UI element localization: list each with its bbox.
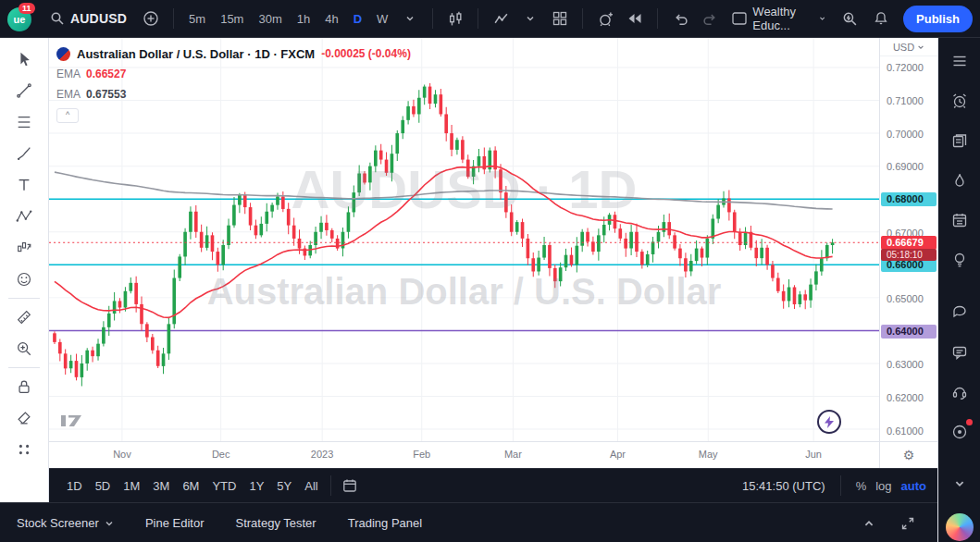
tab-stock-screener[interactable]: Stock Screener — [17, 516, 114, 530]
publish-button[interactable]: Publish — [903, 6, 973, 32]
ai-assistant-icon[interactable] — [946, 513, 974, 541]
tab-strategy-tester[interactable]: Strategy Tester — [235, 516, 316, 530]
time-axis[interactable]: NovDec2023FebMarAprMayJun — [49, 442, 879, 468]
level-price-badge: 0.68000 — [881, 192, 937, 206]
indicator-row-ema-slow[interactable]: EMA 0.67553 — [56, 84, 411, 105]
notifications-bell-icon[interactable] — [868, 6, 894, 31]
forecast-tool-icon[interactable] — [8, 232, 40, 264]
brush-tool-icon[interactable] — [8, 138, 40, 169]
quick-search-icon[interactable] — [837, 6, 862, 31]
compare-add-button[interactable] — [138, 6, 164, 31]
auto-scale-toggle[interactable]: auto — [901, 479, 926, 493]
chat-icon[interactable] — [944, 297, 975, 328]
time-axis-label: Jun — [805, 449, 822, 460]
notifications-icon[interactable] — [944, 416, 975, 448]
interval-5m[interactable]: 5m — [183, 8, 211, 30]
alert-add-icon[interactable] — [592, 6, 618, 31]
eraser-tool-icon[interactable] — [8, 402, 40, 434]
interval-menu-chevron-icon[interactable] — [397, 6, 423, 31]
price-scale[interactable]: USD 0.720000.710000.700000.690000.680000… — [879, 38, 937, 441]
symbol-search[interactable]: AUDUSD — [43, 7, 134, 30]
measure-tool-icon[interactable] — [8, 302, 40, 333]
object-tree-icon[interactable] — [8, 434, 40, 465]
clock-label[interactable]: 15:41:50 (UTC) — [742, 479, 825, 493]
separator — [478, 8, 478, 29]
separator — [657, 8, 658, 29]
panel-open-chevron-icon[interactable] — [856, 511, 882, 536]
tab-trading-panel[interactable]: Trading Panel — [348, 516, 422, 530]
interval-30m[interactable]: 30m — [253, 8, 287, 30]
drawing-toolbar — [0, 38, 49, 502]
legend-collapse-button[interactable]: ^ — [56, 108, 79, 123]
trendline-tool-icon[interactable] — [8, 75, 40, 106]
fib-retracement-tool-icon[interactable] — [8, 106, 40, 138]
tab-pine-editor[interactable]: Pine Editor — [145, 516, 205, 530]
chart-type-candles-icon[interactable] — [442, 6, 468, 31]
chart-title[interactable]: Australian Dollar / U.S. Dollar · 1D · F… — [77, 47, 315, 61]
chevron-down-icon — [819, 14, 825, 23]
text-tool-icon[interactable] — [8, 169, 40, 201]
support-icon[interactable] — [944, 376, 975, 408]
separator — [8, 367, 40, 368]
interval-1d[interactable]: D — [348, 8, 367, 30]
scale-settings-gear-icon[interactable]: ⚙ — [879, 442, 937, 468]
redo-icon[interactable] — [697, 6, 723, 31]
panel-maximize-icon[interactable] — [895, 511, 921, 536]
indicators-icon[interactable] — [488, 6, 514, 31]
interval-1w[interactable]: W — [371, 8, 393, 30]
level-price-badge: 0.64000 — [881, 325, 937, 339]
time-axis-label: Nov — [113, 449, 131, 460]
news-icon[interactable] — [944, 125, 975, 156]
indicators-chevron-icon[interactable] — [517, 6, 543, 31]
chart-legend: Australian Dollar / U.S. Dollar · 1D · F… — [56, 43, 411, 123]
bar-replay-icon[interactable] — [622, 6, 648, 31]
alerts-icon[interactable] — [944, 85, 975, 117]
ema-slow-value: 0.67553 — [86, 88, 126, 101]
chevron-down-icon — [105, 519, 114, 528]
range-1y[interactable]: 1Y — [242, 475, 270, 497]
separator — [173, 8, 174, 29]
price-tick: 0.70000 — [887, 129, 924, 140]
range-6m[interactable]: 6M — [176, 475, 205, 497]
app-logo[interactable]: ue 11 — [7, 5, 35, 32]
range-1m[interactable]: 1M — [117, 475, 146, 497]
range-5d[interactable]: 5D — [89, 475, 118, 497]
layout-grid-icon[interactable] — [547, 6, 573, 31]
hotlists-icon[interactable] — [944, 165, 975, 196]
range-1d[interactable]: 1D — [60, 475, 89, 497]
undo-icon[interactable] — [667, 6, 693, 31]
conversations-icon[interactable] — [944, 337, 975, 368]
interval-1h[interactable]: 1h — [292, 8, 316, 30]
saved-layout-selector[interactable]: Wealthy Educ... — [726, 1, 831, 36]
separator — [8, 298, 40, 299]
ideas-icon[interactable] — [944, 244, 975, 276]
tradingview-logo[interactable] — [60, 413, 84, 428]
chevron-down-icon — [917, 43, 924, 51]
calendar-icon[interactable] — [944, 204, 975, 236]
chart-canvas[interactable]: AUDUSD · 1D Australian Dollar / U.S. Dol… — [49, 38, 879, 441]
interval-4h[interactable]: 4h — [319, 8, 343, 30]
range-ytd[interactable]: YTD — [205, 475, 242, 497]
watchlist-icon[interactable] — [944, 45, 975, 77]
pattern-tool-icon[interactable] — [8, 201, 40, 232]
percent-scale-toggle[interactable]: % — [856, 479, 867, 493]
ema-slow-line — [55, 172, 833, 209]
price-tick: 0.65000 — [887, 293, 924, 304]
emoji-tool-icon[interactable] — [8, 264, 40, 295]
price-scale-currency[interactable]: USD — [880, 42, 937, 56]
zoom-tool-icon[interactable] — [8, 333, 40, 364]
range-5y[interactable]: 5Y — [270, 475, 298, 497]
sidebar-more-chevron-icon[interactable] — [944, 468, 975, 499]
range-3m[interactable]: 3M — [146, 475, 176, 497]
indicator-row-ema-fast[interactable]: EMA 0.66527 — [56, 64, 411, 84]
lock-tool-icon[interactable] — [8, 371, 40, 402]
price-tick: 0.61000 — [887, 425, 924, 437]
lightning-badge-icon[interactable] — [817, 410, 841, 434]
separator — [840, 475, 841, 496]
cursor-tool-icon[interactable] — [8, 43, 40, 75]
interval-15m[interactable]: 15m — [215, 8, 249, 30]
time-axis-label: Dec — [212, 449, 230, 460]
range-all[interactable]: All — [298, 475, 324, 497]
go-to-date-calendar-icon[interactable] — [337, 473, 363, 499]
log-scale-toggle[interactable]: log — [875, 479, 891, 493]
